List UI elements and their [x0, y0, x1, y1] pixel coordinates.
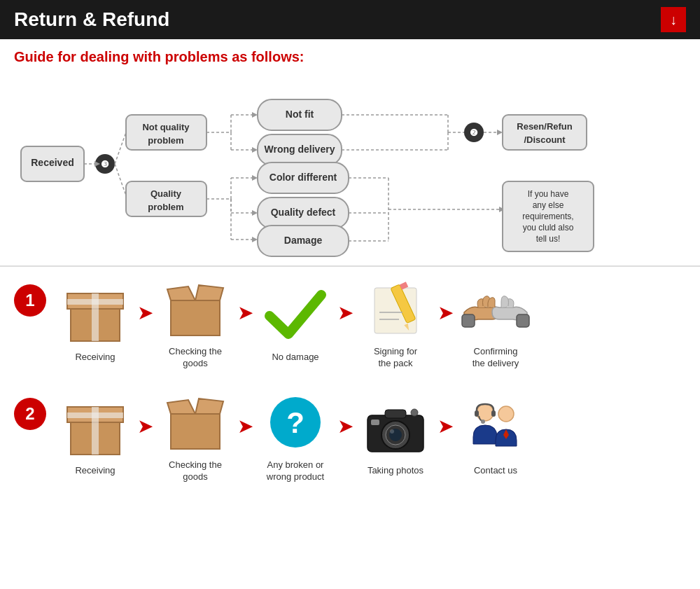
header-title: Return & Refund [14, 8, 169, 31]
step-1-item-confirming: Confirmingthe delivery [454, 277, 538, 370]
guide-title: Guide for dealing with problems as follo… [14, 49, 686, 65]
svg-marker-17 [252, 112, 258, 118]
step-1-item-signing: Signing forthe pack [354, 277, 438, 370]
step-1-arrow-1: ➤ [137, 301, 153, 324]
step-1-items: Receiving ➤ Checking thegoods ➤ [53, 277, 686, 370]
svg-text:problem: problem [148, 202, 183, 212]
guide-section: Guide for dealing with problems as follo… [0, 39, 700, 265]
svg-rect-90 [385, 410, 406, 418]
svg-text:/Discount: /Discount [524, 134, 566, 145]
step-1-label-receiving: Receiving [75, 352, 115, 363]
svg-text:any else: any else [533, 200, 564, 210]
svg-text:Received: Received [31, 157, 74, 168]
step-2-arrow-3: ➤ [337, 415, 354, 438]
svg-text:Wrong delivery: Wrong delivery [265, 144, 335, 155]
step-1-row: 1 Receiving [14, 277, 686, 370]
step-2-icon-photos [360, 396, 430, 459]
svg-text:If you have: If you have [528, 189, 569, 199]
step-1-item-checking: Checking thegoods [153, 277, 237, 370]
step-2-label-broken: Any broken orwrong product [267, 459, 324, 483]
process-section: 1 Receiving [0, 265, 700, 518]
svg-text:Color different: Color different [270, 172, 337, 183]
step-1-icon-confirming [461, 277, 531, 340]
step-2-icon-checking [160, 391, 230, 454]
svg-marker-85 [167, 400, 195, 414]
svg-text:❷: ❷ [470, 127, 478, 138]
svg-rect-69 [171, 300, 220, 335]
step-1-arrow-2: ➤ [237, 301, 253, 324]
svg-text:Quality defect: Quality defect [271, 207, 336, 218]
step-2-icon-broken: ? [260, 391, 330, 454]
svg-line-6 [115, 132, 126, 164]
step-1-icon-signing [360, 277, 430, 340]
svg-rect-68 [67, 299, 123, 305]
svg-rect-95 [371, 420, 379, 425]
step-2-icon-receiving [60, 396, 130, 459]
step-2-arrow-1: ➤ [137, 415, 153, 438]
step-2-item-contact: Contact us [454, 396, 538, 477]
svg-marker-71 [195, 285, 223, 300]
svg-line-7 [115, 164, 126, 195]
svg-text:Quality: Quality [150, 188, 182, 199]
svg-text:❸: ❸ [101, 159, 109, 169]
svg-rect-98 [475, 410, 479, 417]
svg-point-100 [481, 420, 485, 424]
svg-text:Resen/Refun: Resen/Refun [517, 121, 573, 132]
step-2-label-photos: Taking photos [368, 465, 424, 477]
flowchart-svg: Received ❸ Not quality problem Quality p… [14, 76, 686, 258]
svg-marker-70 [167, 286, 195, 300]
svg-point-94 [390, 429, 394, 434]
step-2-item-checking: Checking thegoods [153, 391, 237, 483]
step-2-number: 2 [14, 398, 46, 430]
svg-point-101 [498, 406, 514, 422]
step-2-label-contact: Contact us [474, 465, 517, 477]
step-1-item-receiving: Receiving [53, 283, 137, 363]
svg-marker-28 [252, 175, 258, 181]
step-2-arrow-4: ➤ [438, 415, 454, 438]
step-2-item-receiving: Receiving [53, 396, 137, 477]
svg-text:Damage: Damage [284, 235, 323, 246]
svg-text:?: ? [286, 406, 304, 439]
header: Return & Refund ↓ [0, 0, 700, 39]
svg-text:tell us!: tell us! [536, 234, 561, 244]
svg-text:problem: problem [148, 135, 183, 146]
svg-text:you cluld also: you cluld also [523, 223, 574, 233]
header-arrow-icon: ↓ [661, 7, 686, 32]
step-2-icon-contact [461, 396, 531, 459]
svg-marker-34 [252, 237, 258, 242]
svg-rect-99 [491, 410, 496, 417]
svg-rect-83 [67, 413, 123, 418]
svg-marker-86 [195, 399, 223, 414]
svg-text:requirements,: requirements, [522, 212, 573, 221]
step-2-row: 2 Receiving ➤ [14, 391, 686, 483]
step-1-label-checking: Checking thegoods [169, 346, 222, 370]
step-1-arrow-3: ➤ [337, 301, 354, 324]
step-1-icon-nodamage [260, 283, 330, 346]
step-1-label-signing: Signing forthe pack [374, 346, 417, 370]
svg-point-96 [411, 409, 418, 416]
svg-marker-49 [497, 130, 503, 135]
svg-rect-79 [517, 314, 529, 327]
svg-rect-78 [462, 314, 475, 327]
step-1-number: 1 [14, 284, 46, 317]
step-1-icon-checking [160, 277, 230, 340]
step-2-items: Receiving ➤ Checking thegoods ➤ [53, 391, 686, 483]
step-1-arrow-4: ➤ [438, 301, 454, 324]
svg-rect-84 [171, 414, 220, 449]
svg-text:Not quality: Not quality [142, 122, 190, 132]
step-1-icon-receiving [60, 283, 130, 346]
step-1-label-confirming: Confirmingthe delivery [472, 346, 519, 370]
step-2-label-receiving: Receiving [75, 465, 115, 477]
step-1-item-nodamage: No damage [253, 283, 337, 363]
svg-text:Not fit: Not fit [286, 109, 314, 120]
step-2-arrow-2: ➤ [237, 415, 253, 438]
step-2-item-broken: ? Any broken orwrong product [253, 391, 337, 483]
step-2-label-checking: Checking thegoods [169, 459, 222, 483]
step-1-label-nodamage: No damage [272, 352, 318, 363]
step-2-item-photos: Taking photos [354, 396, 438, 477]
flowchart: Received ❸ Not quality problem Quality p… [14, 76, 686, 258]
svg-marker-31 [252, 210, 258, 216]
svg-marker-20 [252, 147, 258, 153]
